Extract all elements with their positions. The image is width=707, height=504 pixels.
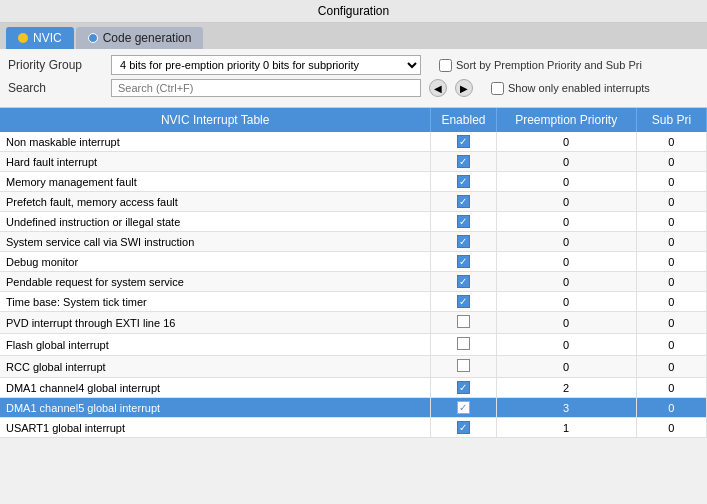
title-bar: Configuration [0, 0, 707, 23]
col-sub: Sub Pri [636, 108, 706, 132]
row-sub: 0 [636, 132, 706, 152]
row-enabled[interactable] [431, 418, 496, 438]
col-enabled: Enabled [431, 108, 496, 132]
enabled-checkbox[interactable] [457, 275, 470, 288]
row-preemption: 2 [496, 378, 636, 398]
row-sub: 0 [636, 398, 706, 418]
row-sub: 0 [636, 292, 706, 312]
row-sub: 0 [636, 252, 706, 272]
priority-group-select[interactable]: 4 bits for pre-emption priority 0 bits f… [111, 55, 421, 75]
row-sub: 0 [636, 334, 706, 356]
row-interrupt-name: System service call via SWI instruction [0, 232, 431, 252]
row-preemption: 0 [496, 292, 636, 312]
row-preemption: 0 [496, 356, 636, 378]
row-enabled[interactable] [431, 132, 496, 152]
table-row[interactable]: RCC global interrupt00 [0, 356, 707, 378]
enabled-checkbox[interactable] [457, 235, 470, 248]
row-enabled[interactable] [431, 232, 496, 252]
search-label: Search [8, 81, 103, 95]
row-interrupt-name: DMA1 channel4 global interrupt [0, 378, 431, 398]
row-interrupt-name: DMA1 channel5 global interrupt [0, 398, 431, 418]
enabled-checkbox[interactable] [457, 337, 470, 350]
row-enabled[interactable] [431, 398, 496, 418]
enabled-checkbox[interactable] [457, 215, 470, 228]
tab-nvic[interactable]: NVIC [6, 27, 74, 49]
row-enabled[interactable] [431, 152, 496, 172]
title-label: Configuration [318, 4, 389, 18]
row-interrupt-name: Pendable request for system service [0, 272, 431, 292]
row-enabled[interactable] [431, 356, 496, 378]
row-preemption: 0 [496, 192, 636, 212]
enabled-checkbox[interactable] [457, 155, 470, 168]
sort-label: Sort by Premption Priority and Sub Pri [456, 59, 642, 71]
row-enabled[interactable] [431, 334, 496, 356]
row-preemption: 1 [496, 418, 636, 438]
row-enabled[interactable] [431, 378, 496, 398]
table-row[interactable]: System service call via SWI instruction0… [0, 232, 707, 252]
row-preemption: 0 [496, 312, 636, 334]
row-sub: 0 [636, 418, 706, 438]
row-enabled[interactable] [431, 192, 496, 212]
enabled-checkbox[interactable] [457, 175, 470, 188]
row-interrupt-name: RCC global interrupt [0, 356, 431, 378]
sort-checkbox[interactable] [439, 59, 452, 72]
table-row[interactable]: DMA1 channel5 global interrupt30 [0, 398, 707, 418]
table-row[interactable]: Undefined instruction or illegal state00 [0, 212, 707, 232]
table-row[interactable]: Prefetch fault, memory access fault00 [0, 192, 707, 212]
enabled-checkbox[interactable] [457, 359, 470, 372]
row-enabled[interactable] [431, 212, 496, 232]
search-next-btn[interactable]: ▶ [455, 79, 473, 97]
table-row[interactable]: Time base: System tick timer00 [0, 292, 707, 312]
search-input[interactable] [111, 79, 421, 97]
enabled-checkbox[interactable] [457, 135, 470, 148]
row-enabled[interactable] [431, 252, 496, 272]
row-preemption: 0 [496, 334, 636, 356]
row-preemption: 0 [496, 152, 636, 172]
col-preemption: Preemption Priority [496, 108, 636, 132]
row-preemption: 0 [496, 132, 636, 152]
table-row[interactable]: DMA1 channel4 global interrupt20 [0, 378, 707, 398]
enabled-checkbox[interactable] [457, 255, 470, 268]
table-row[interactable]: Memory management fault00 [0, 172, 707, 192]
row-sub: 0 [636, 312, 706, 334]
row-sub: 0 [636, 232, 706, 252]
controls-area: Priority Group 4 bits for pre-emption pr… [0, 49, 707, 108]
table-row[interactable]: Flash global interrupt00 [0, 334, 707, 356]
table-row[interactable]: PVD interrupt through EXTI line 1600 [0, 312, 707, 334]
enabled-checkbox[interactable] [457, 381, 470, 394]
table-row[interactable]: Non maskable interrupt00 [0, 132, 707, 152]
table-row[interactable]: Pendable request for system service00 [0, 272, 707, 292]
row-sub: 0 [636, 172, 706, 192]
enabled-checkbox[interactable] [457, 421, 470, 434]
row-preemption: 0 [496, 232, 636, 252]
row-preemption: 0 [496, 172, 636, 192]
enabled-checkbox[interactable] [457, 401, 470, 414]
row-interrupt-name: USART1 global interrupt [0, 418, 431, 438]
codegen-dot [88, 33, 98, 43]
show-enabled-checkbox[interactable] [491, 82, 504, 95]
enabled-checkbox[interactable] [457, 315, 470, 328]
row-enabled[interactable] [431, 272, 496, 292]
row-sub: 0 [636, 152, 706, 172]
search-prev-btn[interactable]: ◀ [429, 79, 447, 97]
codegen-label: Code generation [103, 31, 192, 45]
table-row[interactable]: Debug monitor00 [0, 252, 707, 272]
table-container: NVIC Interrupt Table Enabled Preemption … [0, 108, 707, 438]
nvic-dot [18, 33, 28, 43]
row-preemption: 3 [496, 398, 636, 418]
col-name: NVIC Interrupt Table [0, 108, 431, 132]
table-row[interactable]: USART1 global interrupt10 [0, 418, 707, 438]
row-interrupt-name: Memory management fault [0, 172, 431, 192]
row-interrupt-name: PVD interrupt through EXTI line 16 [0, 312, 431, 334]
row-interrupt-name: Time base: System tick timer [0, 292, 431, 312]
row-interrupt-name: Prefetch fault, memory access fault [0, 192, 431, 212]
enabled-checkbox[interactable] [457, 295, 470, 308]
tab-code-generation[interactable]: Code generation [76, 27, 204, 49]
row-enabled[interactable] [431, 172, 496, 192]
table-row[interactable]: Hard fault interrupt00 [0, 152, 707, 172]
row-enabled[interactable] [431, 312, 496, 334]
row-enabled[interactable] [431, 292, 496, 312]
enabled-checkbox[interactable] [457, 195, 470, 208]
row-sub: 0 [636, 356, 706, 378]
priority-group-label: Priority Group [8, 58, 103, 72]
